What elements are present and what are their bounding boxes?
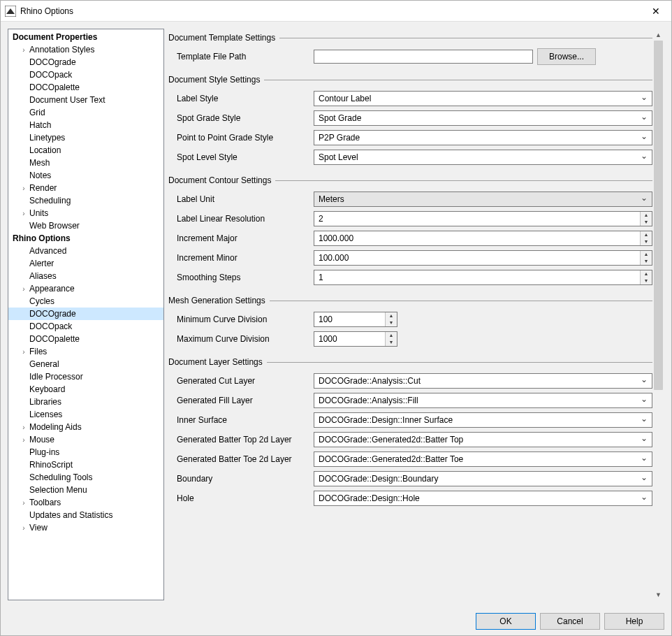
tree-item[interactable]: DOCOgrade (8, 56, 163, 68)
tree-item[interactable]: Linetypes (8, 131, 163, 144)
tree-item-label: Keyboard (28, 384, 65, 394)
group-header-contour: Document Contour Settings (168, 175, 271, 185)
tree-item-label: Mouse (28, 435, 54, 445)
expand-icon[interactable]: › (20, 185, 28, 192)
smoothing-steps-spinner[interactable]: 1 ▲▼ (314, 270, 652, 285)
tree-item-label: Idle Processor (28, 372, 83, 382)
max-curve-division-spinner[interactable]: 1000 ▲▼ (314, 331, 397, 347)
spot-grade-style-select[interactable]: Spot Grade (314, 110, 652, 126)
tree-item[interactable]: Scheduling (8, 194, 163, 207)
tree-item[interactable]: Libraries (8, 396, 163, 408)
increment-minor-spinner[interactable]: 100.000 ▲▼ (314, 250, 652, 266)
tree-item[interactable]: ›Modeling Aids (8, 421, 163, 433)
p2p-grade-style-select[interactable]: P2P Grade (314, 130, 652, 145)
tree-item[interactable]: DOCOpack (8, 320, 163, 333)
tree-item-label: Document User Text (28, 95, 105, 105)
tree-item[interactable]: ›View (8, 521, 163, 534)
spinner-buttons[interactable]: ▲▼ (385, 312, 397, 326)
linear-resolution-spinner[interactable]: 2 ▲▼ (314, 211, 652, 226)
tree-item[interactable]: Web Browser (8, 219, 163, 232)
tree-item[interactable]: RhinoScript (8, 458, 163, 471)
scroll-up-icon[interactable]: ▲ (652, 29, 664, 41)
label-unit-select[interactable]: Meters (314, 191, 652, 207)
help-button[interactable]: Help (604, 613, 664, 630)
template-file-path-input[interactable] (314, 50, 533, 64)
label-template-file-path: Template File Path (177, 52, 314, 62)
spot-level-style-select[interactable]: Spot Level (314, 150, 652, 165)
boundary-select[interactable]: DOCOGrade::Design::Boundary (314, 471, 652, 486)
tree-item[interactable]: Keyboard (8, 383, 163, 396)
cut-layer-select[interactable]: DOCOGrade::Analysis::Cut (314, 373, 652, 389)
tree-item[interactable]: Advanced (8, 245, 163, 257)
tree-item[interactable]: Licenses (8, 408, 163, 421)
label-linear-resolution: Label Linear Resolution (177, 214, 314, 224)
expand-icon[interactable]: › (20, 285, 28, 293)
tree-item[interactable]: Notes (8, 169, 163, 182)
expand-icon[interactable]: › (20, 436, 28, 444)
fill-layer-select[interactable]: DOCOGrade::Analysis::Fill (314, 393, 652, 408)
increment-major-spinner[interactable]: 1000.000 ▲▼ (314, 231, 652, 246)
tree-item[interactable]: ›Appearance (8, 282, 163, 295)
nav-tree[interactable]: Document Properties›Annotation StylesDOC… (8, 29, 164, 600)
scroll-thumb[interactable] (654, 41, 663, 390)
ok-button[interactable]: OK (476, 613, 536, 630)
tree-item[interactable]: DOCOgrade (8, 308, 163, 320)
tree-item[interactable]: Plug-ins (8, 446, 163, 458)
tree-item-label: Advanced (28, 246, 66, 256)
expand-icon[interactable]: › (20, 424, 28, 431)
spinner-buttons[interactable]: ▲▼ (385, 332, 397, 346)
tree-item[interactable]: ›Toolbars (8, 496, 163, 509)
tree-item[interactable]: Document User Text (8, 94, 163, 106)
batter-top-layer-select[interactable]: DOCOGrade::Generated2d::Batter Top (314, 432, 652, 447)
tree-item[interactable]: General (8, 358, 163, 370)
tree-item[interactable]: Scheduling Tools (8, 471, 163, 484)
label-cut-layer: Generated Cut Layer (177, 376, 314, 386)
tree-item[interactable]: Selection Menu (8, 484, 163, 496)
expand-icon[interactable]: › (20, 46, 28, 54)
tree-item[interactable]: ›Units (8, 207, 163, 219)
tree-item[interactable]: Idle Processor (8, 370, 163, 383)
hole-select[interactable]: DOCOGrade::Design::Hole (314, 491, 652, 506)
tree-item-label: Plug-ins (28, 447, 59, 457)
inner-surface-select[interactable]: DOCOGrade::Design::Inner Surface (314, 412, 652, 428)
tree-item-label: DOCOgrade (28, 57, 76, 67)
batter-toe-layer-select[interactable]: DOCOGrade::Generated2d::Batter Toe (314, 451, 652, 467)
tree-item-label: DOCOpack (28, 70, 72, 80)
expand-icon[interactable]: › (20, 210, 28, 217)
min-curve-division-spinner[interactable]: 100 ▲▼ (314, 312, 397, 327)
tree-item[interactable]: Alerter (8, 257, 163, 270)
scroll-down-icon[interactable]: ▼ (652, 588, 664, 600)
tree-item[interactable]: Updates and Statistics (8, 509, 163, 521)
expand-icon[interactable]: › (20, 499, 28, 507)
spinner-buttons[interactable]: ▲▼ (640, 251, 652, 265)
tree-item[interactable]: ›Render (8, 182, 163, 194)
tree-item-label: Alerter (28, 259, 54, 268)
label-style-select[interactable]: Contour Label (314, 91, 652, 106)
tree-item-label: Hatch (28, 120, 51, 130)
tree-section-header: Document Properties (8, 31, 163, 43)
tree-item[interactable]: Aliases (8, 270, 163, 282)
expand-icon[interactable]: › (20, 348, 28, 356)
cancel-button[interactable]: Cancel (540, 613, 600, 630)
spinner-buttons[interactable]: ▲▼ (640, 231, 652, 245)
close-icon[interactable]: ✕ (641, 1, 671, 22)
tree-item[interactable]: ›Files (8, 345, 163, 358)
tree-item[interactable]: Mesh (8, 157, 163, 169)
tree-item-label: DOCOpack (28, 321, 72, 331)
expand-icon[interactable]: › (20, 524, 28, 532)
tree-item[interactable]: Hatch (8, 119, 163, 131)
tree-item[interactable]: ›Annotation Styles (8, 43, 163, 56)
spinner-buttons[interactable]: ▲▼ (640, 270, 652, 284)
tree-item[interactable]: Cycles (8, 295, 163, 308)
tree-item[interactable]: DOCOpalette (8, 333, 163, 345)
tree-item-label: Scheduling Tools (28, 472, 93, 482)
tree-item[interactable]: DOCOpalette (8, 81, 163, 94)
tree-item[interactable]: Grid (8, 106, 163, 119)
vertical-scrollbar[interactable]: ▲ ▼ (652, 29, 664, 600)
tree-item[interactable]: ›Mouse (8, 433, 163, 446)
tree-item[interactable]: Location (8, 144, 163, 157)
group-header-template: Document Template Settings (168, 33, 275, 43)
tree-item[interactable]: DOCOpack (8, 68, 163, 81)
spinner-buttons[interactable]: ▲▼ (640, 212, 652, 226)
browse-button[interactable]: Browse... (537, 48, 596, 65)
